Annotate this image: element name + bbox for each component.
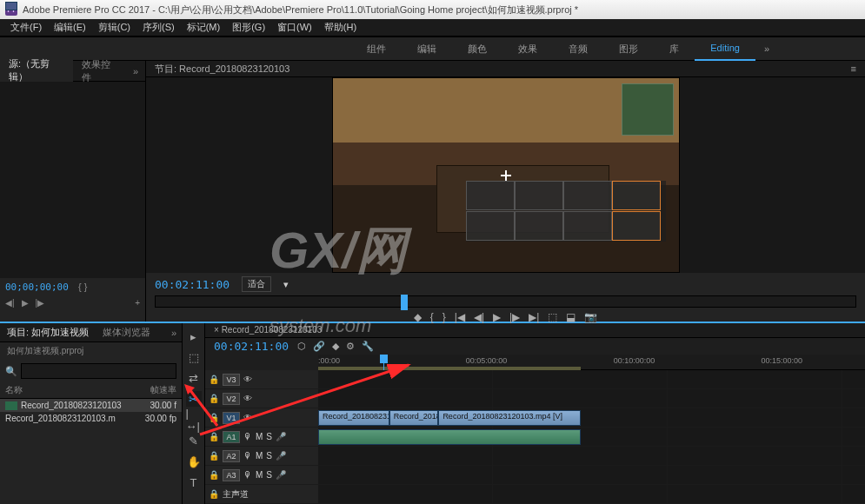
track-v1[interactable]: 🔒V1👁 [205,408,318,428]
slip-tool-icon[interactable]: |↔| [186,412,202,428]
program-monitor[interactable] [146,77,865,273]
type-tool-icon[interactable]: T [186,474,202,490]
track-select-tool-icon[interactable]: ⬚ [186,349,202,365]
menu-clip[interactable]: 剪辑(C) [93,19,136,36]
program-scrubber[interactable] [155,295,856,308]
program-timecode[interactable]: 00:02:11:00 [155,278,230,291]
ws-assembly[interactable]: 组件 [351,36,402,61]
menu-help[interactable]: 帮助(H) [319,19,362,36]
selection-tool-icon[interactable]: ▸ [186,328,202,344]
lift-icon[interactable]: ⬚ [548,311,557,323]
menu-sequence[interactable]: 序列(S) [137,19,180,36]
video-clip[interactable]: Record_20180 [389,410,439,426]
bin-item-clip[interactable]: Record_20180823120103.m 30.00 fp [0,412,182,425]
mic-icon[interactable]: 🎤 [276,470,286,480]
video-clip[interactable]: Record_20180823120103.mp4 [V] [438,410,581,426]
ws-color[interactable]: 颜色 [452,36,502,61]
program-panel: 节目: Record_20180823120103 ≡ 00:02:11:00 … [146,61,865,322]
go-out-icon[interactable]: ▶| [529,311,539,323]
ws-graphics[interactable]: 图形 [603,36,654,61]
ws-edit[interactable]: 编辑 [402,36,452,61]
sequence-name[interactable]: Record_20180823120103 [222,325,323,335]
ws-editing[interactable]: Editing [695,36,755,61]
mark-in-icon[interactable]: { [430,311,434,323]
track-v2[interactable]: 🔒V2👁 [205,389,318,408]
pen-tool-icon[interactable]: ✎ [186,433,202,448]
menu-window[interactable]: 窗口(W) [272,19,317,36]
video-clip[interactable]: Record_20180823120 [318,410,389,426]
mic-icon[interactable]: 🎤 [276,451,286,461]
ruler-tick: 00:05:00:00 [466,356,508,365]
lock-icon[interactable]: 🔒 [209,432,219,441]
tab-media-browser[interactable]: 媒体浏览器 [96,323,157,342]
settings-icon[interactable]: ⚙ [346,341,355,352]
linked-selection-icon[interactable]: 🔗 [313,341,325,352]
track-a1[interactable]: 🔒A1🎙MS🎤 [205,428,318,447]
track-content[interactable]: Record_20180823120 Record_20180 Record_2… [318,370,865,504]
timeline-timecode[interactable]: 00:02:11:00 [214,340,289,353]
play-icon[interactable]: ▶ [493,311,501,323]
track-v3[interactable]: 🔒V3👁 [205,370,318,389]
menu-marker[interactable]: 标记(M) [182,19,226,36]
snap-icon[interactable]: ⬡ [297,341,306,352]
mic-icon[interactable]: 🎤 [276,432,286,441]
ws-audio[interactable]: 音频 [553,36,603,61]
play-icon[interactable]: ▶ [22,298,29,308]
col-name[interactable]: 名称 [5,384,150,396]
source-marker-in-out[interactable]: { } [78,282,87,292]
menu-file[interactable]: 文件(F) [5,19,47,36]
ws-overflow-icon[interactable]: » [755,36,778,61]
audio-clip[interactable] [318,429,581,445]
item-name: Record_20180823120103 [21,401,150,410]
add-marker-icon[interactable]: + [135,298,140,308]
eye-icon[interactable]: 👁 [243,375,252,384]
time-ruler[interactable]: :00:00 00:05:00:00 00:10:00:00 00:15:00:… [318,355,865,370]
extract-icon[interactable]: ⬓ [566,311,576,323]
zoom-fit-dropdown[interactable]: 适合 [242,276,271,292]
lock-icon[interactable]: 🔒 [209,489,219,499]
playhead-icon[interactable] [401,295,408,310]
hand-tool-icon[interactable]: ✋ [186,454,202,469]
col-fps[interactable]: 帧速率 [150,384,176,396]
wrench-icon[interactable]: 🔧 [362,341,374,352]
lock-icon[interactable]: 🔒 [209,470,219,480]
program-tab[interactable]: 节目: Record_20180823120103 [155,63,289,76]
ruler-tick: 00:15:00:00 [761,356,802,365]
eye-icon[interactable]: 👁 [243,413,252,422]
panel-menu-icon[interactable]: » [126,63,145,80]
track-headers: 🔒V3👁 🔒V2👁 🔒V1👁 🔒A1🎙MS🎤 🔒A2🎙MS🎤 🔒A3🎙MS🎤 🔒… [205,370,318,504]
export-frame-icon[interactable]: 📷 [584,311,597,323]
menu-edit[interactable]: 编辑(E) [49,19,91,36]
inventory-panel [466,181,666,242]
ripple-tool-icon[interactable]: ⇄ [186,370,202,386]
lock-icon[interactable]: 🔒 [209,375,219,384]
menu-graphics[interactable]: 图形(G) [227,19,270,36]
bin-item-sequence[interactable]: Record_20180823120103 30.00 f [0,399,182,412]
add-marker-icon[interactable]: ◆ [414,311,422,323]
razor-tool-icon[interactable]: ✂ [186,391,202,407]
mark-out-icon[interactable]: |▶ [36,298,45,308]
zoom-dropdown-icon[interactable]: ▾ [283,279,289,290]
step-fwd-icon[interactable]: |▶ [509,311,520,323]
lock-icon[interactable]: 🔒 [209,394,219,403]
track-a2[interactable]: 🔒A2🎙MS🎤 [205,447,318,466]
search-input[interactable] [21,363,176,379]
track-a3[interactable]: 🔒A3🎙MS🎤 [205,466,318,485]
mark-in-icon[interactable]: ◀| [5,298,15,308]
lock-icon[interactable]: 🔒 [209,413,219,422]
ws-effects[interactable]: 效果 [502,36,553,61]
timeline-panel: ▸ ⬚ ⇄ ✂ |↔| ✎ ✋ T × Record_2018082312010… [183,323,865,504]
panel-menu-icon[interactable]: ≡ [851,63,856,74]
track-master[interactable]: 🔒主声道 [205,485,318,504]
ruler-tick: :00:00 [318,356,340,365]
source-timecode[interactable]: 00;00;00;00 [5,282,69,293]
panel-menu-icon[interactable]: » [166,325,182,341]
ws-library[interactable]: 库 [654,36,695,61]
tab-project[interactable]: 项目: 如何加速视频 [0,323,96,342]
eye-icon[interactable]: 👁 [243,394,252,403]
marker-icon[interactable]: ◆ [332,341,339,352]
mark-out-icon[interactable]: } [442,311,446,323]
go-in-icon[interactable]: |◀ [455,311,465,323]
lock-icon[interactable]: 🔒 [209,451,219,461]
step-back-icon[interactable]: ◀| [474,311,484,323]
